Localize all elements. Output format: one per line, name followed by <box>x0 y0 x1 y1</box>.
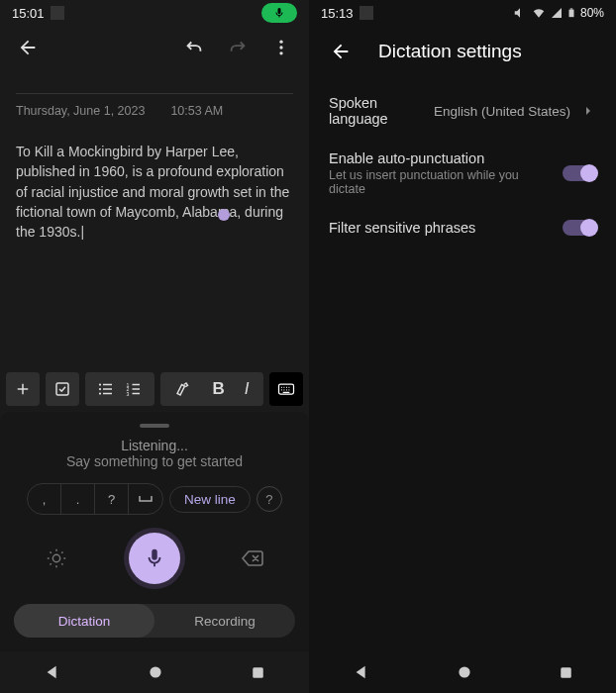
backspace-icon[interactable] <box>235 541 270 576</box>
setting-spoken-language[interactable]: Spoken language English (United States) <box>309 83 616 139</box>
gear-icon[interactable] <box>39 541 74 576</box>
mic-pill-icon <box>261 3 297 23</box>
format-toolbar: 123 B I <box>0 366 309 412</box>
keyboard-button[interactable] <box>269 372 303 406</box>
toggle-auto-punctuation[interactable] <box>563 165 596 181</box>
status-bar: 15:01 <box>0 0 309 26</box>
setting-filter-phrases[interactable]: Filter sensitive phrases <box>309 208 616 248</box>
listening-status: Listening... <box>12 438 297 453</box>
drag-handle-icon[interactable] <box>140 424 169 428</box>
svg-rect-14 <box>570 8 573 9</box>
chevron-right-icon <box>580 103 596 119</box>
svg-point-1 <box>279 46 282 49</box>
more-icon[interactable] <box>263 30 299 65</box>
note-area[interactable]: Thursday, June 1, 2023 10:53 AM To Kill … <box>0 69 309 366</box>
nav-recent-icon[interactable] <box>559 665 573 680</box>
tab-recording[interactable]: Recording <box>154 604 295 638</box>
checklist-button[interactable] <box>46 372 79 406</box>
status-square <box>51 6 64 20</box>
note-time: 10:53 AM <box>170 102 223 120</box>
highlight-button[interactable] <box>174 380 192 398</box>
svg-point-0 <box>279 41 282 44</box>
back-icon[interactable] <box>10 30 46 65</box>
punct-question[interactable]: ? <box>95 484 129 514</box>
nav-back-icon[interactable] <box>44 663 61 681</box>
svg-rect-13 <box>568 10 573 18</box>
nav-back-icon[interactable] <box>353 663 370 681</box>
battery-icon <box>566 6 576 20</box>
note-body[interactable]: To Kill a Mockingbird by Harper Lee, pub… <box>16 142 293 242</box>
svg-text:3: 3 <box>127 391 130 397</box>
page-title: Dictation settings <box>378 41 522 62</box>
nav-home-icon[interactable] <box>148 664 163 680</box>
setting-auto-punctuation[interactable]: Enable auto-punctuation Let us insert pu… <box>309 139 616 208</box>
svg-point-11 <box>151 666 161 677</box>
svg-point-6 <box>99 392 101 394</box>
undo-icon[interactable] <box>176 30 212 65</box>
note-date: Thursday, June 1, 2023 <box>16 102 145 120</box>
status-square <box>359 6 373 20</box>
back-icon[interactable] <box>323 34 359 69</box>
svg-point-5 <box>99 388 101 390</box>
editor-topbar <box>0 26 309 69</box>
battery-pct: 80% <box>580 6 604 20</box>
punctuation-group: , . ? <box>27 483 163 515</box>
punct-space[interactable] <box>129 484 162 514</box>
svg-point-4 <box>99 383 101 385</box>
svg-rect-12 <box>253 667 263 678</box>
bold-button[interactable]: B <box>212 379 224 399</box>
toggle-filter-phrases[interactable] <box>563 220 596 236</box>
nav-home-icon[interactable] <box>457 664 472 680</box>
mute-icon <box>513 6 527 20</box>
status-time: 15:01 <box>12 6 45 21</box>
status-time: 15:13 <box>321 6 354 21</box>
add-button[interactable] <box>6 372 40 406</box>
svg-point-15 <box>459 666 469 677</box>
nav-bar <box>0 651 309 693</box>
mic-button[interactable] <box>129 533 180 584</box>
svg-rect-16 <box>561 667 571 678</box>
newline-button[interactable]: New line <box>169 486 251 513</box>
svg-point-2 <box>279 51 282 54</box>
lists-button[interactable]: 123 <box>85 372 154 406</box>
wifi-icon <box>531 6 547 20</box>
punct-comma[interactable]: , <box>28 484 61 514</box>
help-icon[interactable]: ? <box>257 486 282 512</box>
spoken-language-value: English (United States) <box>434 104 570 119</box>
listening-hint: Say something to get started <box>12 453 297 469</box>
nav-recent-icon[interactable] <box>251 665 265 680</box>
text-style-group: B I <box>160 372 263 406</box>
nav-bar <box>309 651 616 693</box>
tab-dictation[interactable]: Dictation <box>14 604 154 638</box>
signal-icon <box>551 6 563 20</box>
punct-period[interactable]: . <box>61 484 95 514</box>
svg-rect-3 <box>56 383 68 395</box>
settings-header: Dictation settings <box>309 26 616 83</box>
mode-tabs: Dictation Recording <box>14 604 295 638</box>
italic-button[interactable]: I <box>245 379 250 399</box>
status-bar: 15:13 80% <box>309 0 616 26</box>
redo-icon[interactable] <box>220 30 256 65</box>
